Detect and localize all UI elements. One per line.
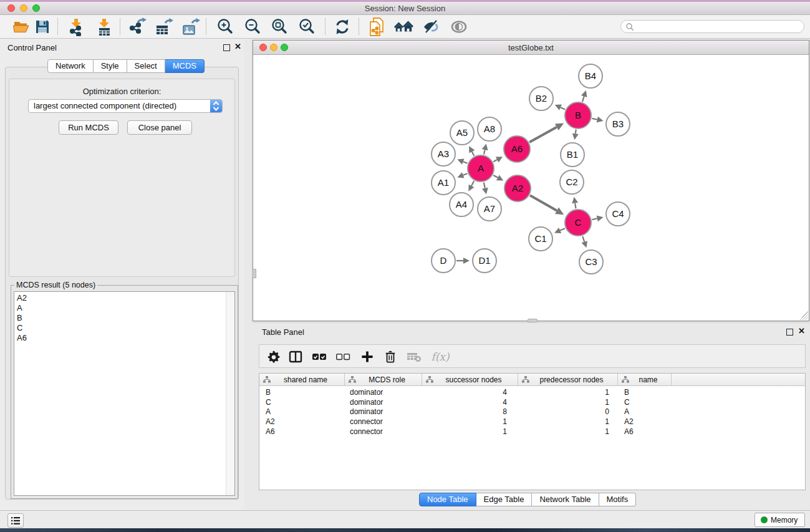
table-cell[interactable]: C xyxy=(259,398,345,407)
table-cell[interactable]: C xyxy=(618,398,672,407)
graph-edge-B-B1[interactable] xyxy=(576,130,576,134)
table-row[interactable]: Bdominator41B xyxy=(259,387,805,397)
column-header-name[interactable]: name xyxy=(618,374,672,385)
graph-edge-A6-B[interactable] xyxy=(529,127,557,142)
table-cell[interactable]: 8 xyxy=(422,407,518,416)
new-network-from-selection-icon[interactable] xyxy=(367,17,387,37)
table-cell[interactable]: A6 xyxy=(618,427,672,436)
mcds-result-item[interactable]: A xyxy=(17,303,234,313)
graph-edge-C-C2[interactable] xyxy=(575,203,576,209)
mcds-result-item[interactable]: A2 xyxy=(17,293,234,303)
table-cell[interactable]: 1 xyxy=(518,398,618,407)
table-cell[interactable]: A xyxy=(259,407,345,416)
refresh-view-icon[interactable] xyxy=(332,17,352,37)
delete-table-icon[interactable] xyxy=(406,349,422,364)
table-cell[interactable]: 1 xyxy=(422,427,518,436)
table-cell[interactable]: 4 xyxy=(422,398,518,407)
search-input[interactable] xyxy=(620,20,804,33)
deselect-all-icon[interactable] xyxy=(335,349,351,364)
tab-mcds[interactable]: MCDS xyxy=(165,59,205,73)
show-columns-icon[interactable] xyxy=(287,349,304,364)
table-cell[interactable]: 1 xyxy=(422,417,518,426)
table-row[interactable]: A2connector11A2 xyxy=(259,417,805,427)
tab-network-table[interactable]: Network Table xyxy=(532,493,599,506)
table-cell[interactable]: dominator xyxy=(345,398,422,407)
table-cell[interactable]: A2 xyxy=(259,417,345,426)
column-header-predecessor-nodes[interactable]: predecessor nodes xyxy=(518,374,618,385)
tab-network[interactable]: Network xyxy=(47,59,94,73)
mcds-result-item[interactable]: B xyxy=(17,313,234,323)
show-graphics-details-icon[interactable] xyxy=(421,17,441,37)
memory-button[interactable]: Memory xyxy=(755,513,805,527)
tab-motifs[interactable]: Motifs xyxy=(599,493,637,506)
table-float-icon[interactable] xyxy=(786,329,793,336)
run-mcds-button[interactable]: Run MCDS xyxy=(59,120,118,135)
graph-edge-A-A4[interactable] xyxy=(471,181,474,186)
graph-edge-C-C3[interactable] xyxy=(582,236,584,242)
graph-edge-B-B3[interactable] xyxy=(592,118,597,120)
graph-edge-B-B2[interactable] xyxy=(561,107,565,109)
open-session-icon[interactable] xyxy=(11,17,31,37)
function-builder-icon[interactable]: f(x) xyxy=(429,349,451,364)
graph-edge-A-A8[interactable] xyxy=(484,150,485,154)
tab-select[interactable]: Select xyxy=(127,59,165,73)
save-session-icon[interactable] xyxy=(32,17,52,37)
graph-edge-A-A3[interactable] xyxy=(463,162,468,163)
column-header-shared-name[interactable]: shared name xyxy=(259,374,345,385)
export-table-icon[interactable] xyxy=(154,17,174,37)
graph-edge-A-A6[interactable] xyxy=(493,160,497,162)
import-network-from-file-icon[interactable] xyxy=(66,17,86,37)
table-cell[interactable]: connector xyxy=(345,417,422,426)
network-vscroll-thumb[interactable] xyxy=(253,269,256,278)
close-panel-button[interactable]: Close panel xyxy=(127,120,192,135)
table-cell[interactable]: connector xyxy=(345,427,422,436)
network-window-titlebar[interactable]: testGlobe.txt xyxy=(253,41,809,55)
tab-edge-table[interactable]: Edge Table xyxy=(476,493,533,506)
column-header-MCDS-role[interactable]: MCDS role xyxy=(345,374,422,385)
result-scrollbar[interactable] xyxy=(226,292,234,495)
mcds-result-item[interactable]: C xyxy=(17,323,234,333)
tab-node-table[interactable]: Node Table xyxy=(419,493,476,506)
table-cell[interactable]: A6 xyxy=(259,427,345,436)
mcds-result-item[interactable]: A6 xyxy=(17,333,234,343)
table-cell[interactable]: 4 xyxy=(422,388,518,397)
delete-column-icon[interactable] xyxy=(382,349,398,364)
home-icon[interactable] xyxy=(393,17,413,37)
export-network-icon[interactable] xyxy=(128,17,148,37)
optimization-criterion-select[interactable]: largest connected component (directed) xyxy=(28,99,223,113)
export-image-icon[interactable] xyxy=(181,17,201,37)
close-panel-icon[interactable]: ✕ xyxy=(234,42,241,51)
table-cell[interactable]: 1 xyxy=(518,427,618,436)
table-cell[interactable]: 1 xyxy=(518,388,618,397)
table-cell[interactable]: dominator xyxy=(345,407,422,416)
table-cell[interactable]: dominator xyxy=(345,388,422,397)
graph-edge-A2-C[interactable] xyxy=(530,195,557,210)
birds-eye-view-icon[interactable] xyxy=(449,17,469,37)
status-menu-button[interactable] xyxy=(7,513,24,528)
network-canvas[interactable]: B4B2BB3A8A5A6A3B1AC2A1A2A4A7C4CC1C3DD1 xyxy=(253,56,809,321)
graph-edge-A-A5[interactable] xyxy=(472,152,474,156)
graph-edge-A-A7[interactable] xyxy=(484,182,485,188)
table-close-icon[interactable]: ✕ xyxy=(798,326,805,336)
tab-style[interactable]: Style xyxy=(94,59,127,73)
table-row[interactable]: A6connector11A6 xyxy=(259,427,805,437)
table-settings-gear-icon[interactable] xyxy=(266,349,282,364)
import-table-from-file-icon[interactable] xyxy=(94,17,114,37)
graph-edge-C-C4[interactable] xyxy=(592,218,597,220)
mcds-result-list[interactable]: A2ABCA6 xyxy=(14,291,235,496)
zoom-out-icon[interactable] xyxy=(243,17,263,37)
table-cell[interactable]: B xyxy=(618,388,672,397)
add-column-icon[interactable] xyxy=(359,349,375,364)
table-cell[interactable]: 0 xyxy=(518,407,618,416)
zoom-selected-icon[interactable] xyxy=(297,17,317,37)
graph-edge-A-A2[interactable] xyxy=(493,175,498,178)
zoom-fit-icon[interactable] xyxy=(269,17,289,37)
network-hscroll-thumb[interactable] xyxy=(528,319,538,322)
graph-edge-C-C1[interactable] xyxy=(560,228,565,230)
table-cell[interactable]: A2 xyxy=(618,417,672,426)
graph-edge-A-A1[interactable] xyxy=(463,173,468,175)
window-resize-grip[interactable] xyxy=(799,311,808,320)
select-all-icon[interactable] xyxy=(311,349,327,364)
graph-edge-B-B4[interactable] xyxy=(582,96,584,102)
table-cell[interactable]: B xyxy=(259,388,345,397)
